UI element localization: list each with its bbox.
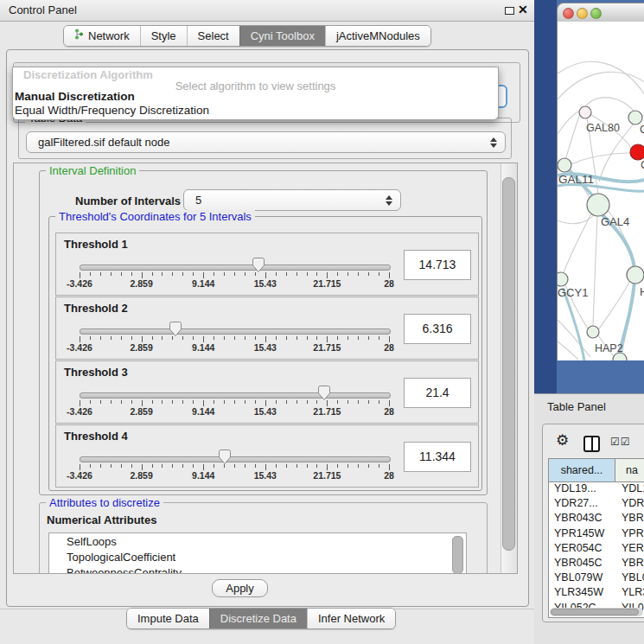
minor-tick — [182, 336, 183, 340]
node-gal11 — [558, 158, 571, 172]
network-canvas[interactable]: GAL80 G C GAL11 GAL4 GCY1 H HAP2 — [557, 22, 644, 360]
minor-tick — [182, 272, 183, 276]
tab-impute-data[interactable]: Impute Data — [127, 609, 209, 628]
table-data-group: Table Data galFiltered.sif default node — [18, 118, 512, 159]
minor-tick — [316, 464, 317, 468]
number-of-intervals-combobox[interactable]: 5 — [183, 189, 401, 211]
minor-tick — [162, 336, 163, 340]
close-traffic-light-icon[interactable] — [563, 8, 574, 19]
tab-discretize-data[interactable]: Discretize Data — [209, 609, 307, 628]
table-row[interactable]: YBL079WYBL07 — [549, 571, 644, 586]
minor-tick — [182, 464, 183, 468]
tab-cyni-toolbox[interactable]: Cyni Toolbox — [239, 26, 325, 46]
attribute-list-item[interactable]: SelfLoops — [49, 533, 466, 549]
major-tick — [265, 336, 266, 342]
table-row[interactable]: YLR345WYLR34 — [549, 586, 644, 601]
threshold-slider-track[interactable] — [80, 265, 391, 271]
zoom-traffic-light-icon[interactable] — [590, 8, 602, 19]
threshold-value-field[interactable]: 6.316 — [404, 314, 471, 344]
cell-name: YPR14 — [615, 527, 644, 542]
cell-name: YER05 — [615, 542, 644, 557]
column-header-name[interactable]: na — [615, 459, 644, 481]
minor-tick — [245, 272, 245, 276]
threshold-value-field[interactable]: 11.344 — [404, 442, 471, 472]
minor-tick — [245, 400, 245, 404]
major-tick — [203, 336, 204, 342]
tab-jactivemnodules[interactable]: jActiveMNodules — [325, 26, 430, 46]
threshold-label: Threshold 2 — [64, 302, 128, 315]
table-row[interactable]: YBR045CYBR04 — [549, 557, 644, 571]
number-of-intervals-value: 5 — [195, 194, 201, 207]
table-data-combobox[interactable]: galFiltered.sif default node — [26, 131, 506, 153]
threshold-label: Threshold 4 — [64, 430, 128, 443]
tab-network[interactable]: Network — [64, 26, 140, 46]
tick-label: 15.43 — [235, 278, 296, 289]
table-row[interactable]: YDL19...YDL19 — [549, 482, 644, 497]
major-tick — [142, 272, 143, 278]
minor-tick — [193, 272, 194, 276]
close-panel-icon[interactable]: ✕ — [518, 3, 528, 16]
tick-label: 2.859 — [112, 470, 172, 481]
threshold-slider-track[interactable] — [80, 456, 391, 462]
settings-scrollbar-track[interactable] — [501, 163, 517, 573]
table-row[interactable]: YDR27...YDR27 — [549, 497, 644, 512]
number-of-intervals-label: Number of Intervals — [75, 194, 181, 207]
threshold-slider-track[interactable] — [80, 392, 391, 399]
table-row[interactable]: YBR043CYBR04 — [549, 512, 644, 526]
table-hscrollbar-track[interactable] — [550, 608, 643, 616]
float-window-icon[interactable] — [505, 7, 514, 15]
minor-tick — [276, 464, 277, 468]
minor-tick — [337, 464, 338, 468]
attribute-list-item[interactable]: TopologicalCoefficient — [49, 549, 466, 564]
cell-shared-name: YDL19... — [549, 482, 615, 497]
checkbox-icons[interactable]: ☑☑ — [610, 436, 631, 448]
numerical-attributes-label: Numerical Attributes — [47, 513, 156, 526]
cell-shared-name: YDR27... — [549, 497, 615, 512]
threshold-slider-handle[interactable] — [218, 449, 232, 466]
tab-style[interactable]: Style — [140, 26, 187, 46]
threshold-value-field[interactable]: 14.713 — [404, 250, 471, 280]
control-panel-tab-bar: NetworkStyleSelectCyni ToolboxjActiveMNo… — [63, 25, 431, 47]
table-row[interactable]: YER054CYER05 — [549, 542, 644, 557]
major-tick — [327, 464, 328, 470]
tab-select[interactable]: Select — [187, 26, 239, 46]
threshold-slider-handle[interactable] — [317, 385, 331, 402]
minor-tick — [162, 464, 163, 468]
minor-tick — [296, 272, 297, 276]
threshold-slider-track[interactable] — [80, 328, 391, 335]
tab-infer-network[interactable]: Infer Network — [307, 609, 395, 628]
algorithm-item-equal-width[interactable]: Equal Width/Frequency Discretization — [15, 104, 209, 117]
tick-label: 15.43 — [235, 406, 296, 417]
label-gal4: GAL4 — [601, 215, 629, 228]
apply-button[interactable]: Apply — [212, 579, 268, 597]
minimize-traffic-light-icon[interactable] — [577, 8, 588, 19]
major-tick — [80, 272, 80, 278]
gear-icon[interactable]: ⚙ — [556, 431, 569, 450]
network-window-titlebar[interactable] — [557, 3, 644, 23]
attributes-list-scrollbar[interactable] — [452, 536, 463, 574]
minor-tick — [162, 272, 163, 276]
minor-tick — [111, 336, 112, 340]
threshold-slider-handle[interactable] — [169, 321, 182, 338]
threshold-slider-handle[interactable] — [252, 257, 265, 274]
tick-label: 2.859 — [112, 278, 172, 289]
minor-tick — [214, 400, 214, 404]
table-hscrollbar-thumb[interactable] — [551, 609, 639, 615]
minor-tick — [121, 400, 122, 404]
minor-tick — [131, 464, 132, 468]
settings-scrollbar-thumb[interactable] — [502, 177, 515, 551]
settings-scroll-viewport: Interval Definition Number of Intervals … — [13, 163, 518, 574]
attribute-list-item[interactable]: BetweennessCentrality — [49, 564, 466, 574]
algorithm-item-manual[interactable]: Manual Discretization — [15, 90, 135, 103]
minor-tick — [255, 400, 256, 404]
application-window: Control Panel ✕ NetworkStyleSelectCyni T… — [0, 0, 644, 644]
column-header-shared[interactable]: shared... — [549, 459, 615, 481]
minor-tick — [152, 464, 153, 468]
column-selector-icon[interactable] — [583, 436, 600, 452]
minor-tick — [234, 464, 235, 468]
minor-tick — [379, 464, 379, 468]
table-row[interactable]: YPR145WYPR14 — [549, 527, 644, 542]
node-labels: GAL80 G C GAL11 GAL4 GCY1 H HAP2 — [558, 122, 644, 354]
threshold-value-field[interactable]: 21.4 — [404, 378, 471, 408]
major-tick — [142, 336, 143, 342]
